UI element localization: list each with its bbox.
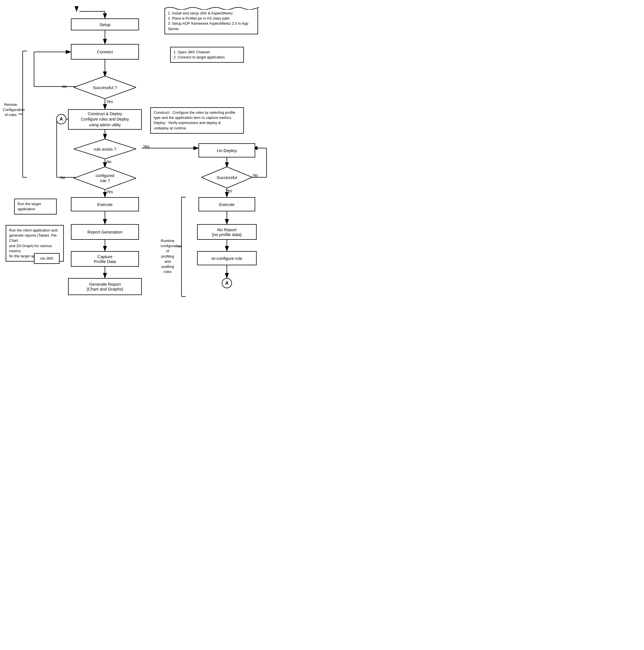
execute2-label: Execute <box>219 202 234 207</box>
connect-box: Connect <box>71 44 139 60</box>
no1-label: No <box>62 84 67 89</box>
a2-label: A <box>225 281 229 286</box>
no-report-box: No Report [no profile data] <box>197 224 257 240</box>
successful2-label: Successful <box>217 175 237 180</box>
no-rule-exists-label: No <box>106 159 111 164</box>
no4-text: No <box>253 173 258 178</box>
rule-exists-diamond: rule exists ? <box>74 139 136 159</box>
runtime-config-text: Runtime configuration of profiling and a… <box>160 239 182 274</box>
construct-note-text: Construct : Configure the rules by selec… <box>154 110 235 130</box>
construct-deploy-box: Construct & Deploy Configure rules and D… <box>68 109 142 130</box>
capture-profile-label: Capture Profile Data <box>94 254 116 264</box>
diagram-container: Setup Connect Successful ? Yes No Constr… <box>0 0 322 325</box>
no4-label: No <box>253 173 258 178</box>
yes-configured-rule-label: Yes <box>106 189 113 194</box>
setup-label: Setup <box>99 22 110 27</box>
circle-a2: A <box>222 278 232 288</box>
yes1-label: Yes <box>106 99 113 104</box>
successful1-diamond: Successful ? <box>74 76 136 99</box>
via-jmx-text: via JMX <box>40 256 53 260</box>
report-generation-box: Report Generation <box>71 224 139 240</box>
rule-exists-label: rule exists ? <box>93 147 116 151</box>
construct-deploy-label: Construct & Deploy Configure rules and D… <box>81 111 129 128</box>
construct-note: Construct : Configure the rules by selec… <box>150 107 244 134</box>
run-target-note: Run the target application <box>14 198 57 215</box>
reconfigure-label: re-configure rule <box>211 256 242 261</box>
remote-config-label: Remote Configuration of rules <box>3 102 18 118</box>
setup-note-text: 1. Install and setup JDK & AspectWerkz. … <box>168 11 249 31</box>
setup-note: 1. Install and setup JDK & AspectWerkz. … <box>164 8 258 34</box>
un-deploy-box: Un-Deploy <box>198 143 255 157</box>
yes-rule-exists-label: Yes <box>143 144 149 149</box>
un-deploy-label: Un-Deploy <box>217 148 237 153</box>
yes4-label: Yes <box>225 189 232 193</box>
no2-text: No <box>106 159 111 164</box>
reconfigure-box: re-configure rule <box>197 251 257 265</box>
successful2-diamond: Successful <box>201 167 252 188</box>
yes4-text: Yes <box>225 189 232 193</box>
no3-text: No <box>60 175 65 180</box>
runtime-config-label: Runtime configuration of profiling and a… <box>160 238 175 274</box>
yes1-text: Yes <box>106 99 113 104</box>
via-jmx-note: via JMX <box>34 253 60 264</box>
connect-label: Connect <box>97 49 113 54</box>
a1-label: A <box>60 117 63 122</box>
run-target-text: Run the target application <box>17 202 41 211</box>
setup-box: Setup <box>71 19 139 30</box>
no-report-label: No Report [no profile data] <box>212 227 241 237</box>
execute1-label: Execute <box>97 202 113 207</box>
report-generation-label: Report Generation <box>87 229 122 234</box>
configured-rule-diamond: configured rule ? <box>74 167 136 189</box>
yes3-text: Yes <box>106 189 113 194</box>
successful1-label: Successful ? <box>93 85 117 90</box>
entry-arrow <box>71 6 82 12</box>
generate-report-label: Generate Report (Chart and Graphs) <box>86 282 123 291</box>
connect-note: 1. Open JMX Channel 2. Connect to target… <box>170 47 244 63</box>
capture-profile-box: Capture Profile Data <box>71 251 139 267</box>
arrows-svg <box>0 0 322 325</box>
no-configured-rule-label: No <box>60 175 65 180</box>
circle-a1: A <box>56 114 66 124</box>
yes2-text: Yes <box>143 144 149 149</box>
configured-rule-label: configured rule ? <box>96 173 114 183</box>
execute2-box: Execute <box>198 197 255 211</box>
execute1-box: Execute <box>71 197 139 211</box>
generate-report-box: Generate Report (Chart and Graphs) <box>68 278 142 295</box>
remote-config-text: Remote Configuration of rules <box>3 102 25 117</box>
no1-text: No <box>62 84 67 89</box>
connect-note-text: 1. Open JMX Channel 2. Connect to target… <box>174 50 226 59</box>
